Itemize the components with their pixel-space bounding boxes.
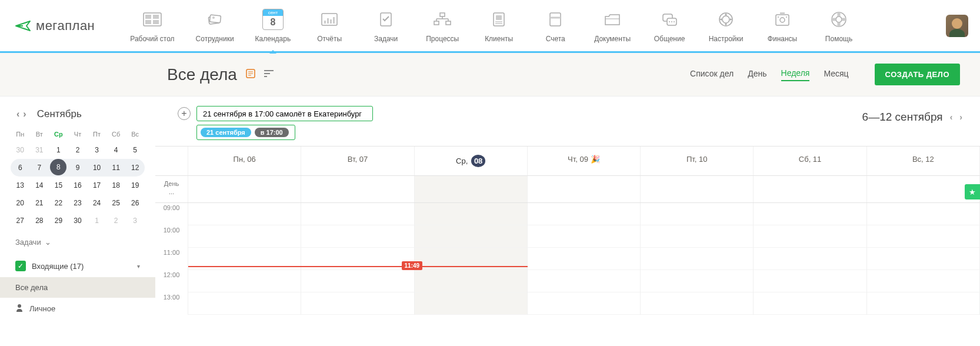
time-cell[interactable] [188, 225, 301, 248]
calendar-day[interactable]: 31 [30, 141, 49, 159]
nav-Отчёты[interactable]: Отчёты [312, 9, 347, 43]
favorites-tab-icon[interactable]: ★ [965, 184, 980, 199]
calendar-day[interactable]: 17 [87, 177, 106, 194]
time-cell[interactable] [754, 270, 866, 292]
calendar-day[interactable]: 23 [68, 194, 88, 212]
nav-Задачи[interactable]: Задачи [368, 9, 404, 43]
category-personal[interactable]: Личное [0, 298, 155, 320]
calendar-day[interactable]: 4 [106, 141, 126, 159]
calendar-day[interactable]: 21 [30, 194, 49, 212]
calendar-day[interactable]: 8 [50, 159, 66, 175]
nav-Клиенты[interactable]: Клиенты [481, 9, 516, 43]
calendar-day[interactable]: 2 [106, 212, 126, 229]
nav-Процессы[interactable]: Процессы [425, 9, 460, 43]
time-cell[interactable] [301, 292, 414, 315]
time-cell[interactable] [867, 248, 980, 270]
all-day-cell[interactable] [867, 176, 980, 202]
calendar-day[interactable]: 30 [11, 141, 30, 159]
calendar-day[interactable]: 20 [11, 194, 30, 212]
create-button[interactable]: СОЗДАТЬ ДЕЛО [875, 64, 960, 85]
calendar-day[interactable]: 27 [11, 212, 30, 229]
nav-Финансы[interactable]: Финансы [765, 9, 800, 43]
inbox-item[interactable]: ✓ Входящие (17) ▾ [0, 255, 155, 277]
user-avatar[interactable] [946, 15, 968, 37]
time-cell[interactable] [415, 292, 528, 315]
calendar-day[interactable]: 25 [106, 194, 126, 212]
calendar-day[interactable]: 24 [87, 194, 106, 212]
time-cell[interactable] [301, 270, 414, 292]
all-day-cell[interactable] [301, 176, 414, 202]
calendar-day[interactable]: 3 [125, 212, 145, 229]
nav-Документы[interactable]: Документы [594, 9, 631, 43]
parsed-date-tag[interactable]: 21 сентября [201, 128, 251, 137]
time-cell[interactable] [301, 203, 414, 225]
time-cell[interactable] [641, 292, 754, 315]
time-cell[interactable] [641, 225, 754, 248]
view-week[interactable]: Неделя [781, 68, 810, 81]
calendar-day[interactable]: 22 [49, 194, 68, 212]
time-cell[interactable] [415, 225, 528, 248]
quick-add-input[interactable] [196, 106, 373, 121]
all-day-cell[interactable] [415, 176, 528, 202]
time-cell[interactable] [528, 203, 641, 225]
time-cell[interactable] [641, 248, 754, 270]
range-prev-icon[interactable]: ‹ [950, 112, 953, 122]
nav-Счета[interactable]: Счета [538, 9, 573, 43]
time-cell[interactable] [188, 292, 301, 315]
calendar-day[interactable]: 29 [49, 212, 68, 229]
time-cell[interactable] [867, 292, 980, 315]
time-cell[interactable] [641, 203, 754, 225]
caret-down-icon[interactable]: ▾ [137, 263, 140, 270]
calendar-day[interactable]: 14 [30, 177, 49, 194]
parsed-time-tag[interactable]: в 17:00 [255, 128, 289, 137]
view-month[interactable]: Месяц [824, 69, 848, 81]
calendar-day[interactable]: 2 [68, 141, 88, 159]
time-cell[interactable] [528, 248, 641, 270]
nav-Настройки[interactable]: Настройки [708, 9, 744, 43]
time-cell[interactable] [754, 292, 866, 315]
calendar-day[interactable]: 9 [68, 159, 88, 177]
calendar-day[interactable]: 16 [68, 177, 88, 194]
sort-icon[interactable] [264, 69, 275, 79]
time-cell[interactable] [867, 225, 980, 248]
time-cell[interactable] [415, 203, 528, 225]
view-list[interactable]: Список дел [690, 69, 734, 81]
time-cell[interactable] [415, 270, 528, 292]
calendar-day[interactable]: 26 [125, 194, 145, 212]
calendar-day[interactable]: 6 [11, 159, 30, 177]
week-day-header[interactable]: Пт, 10 [641, 147, 754, 175]
week-day-header[interactable]: Вт, 07 [301, 147, 414, 175]
calendar-day[interactable]: 11 [106, 159, 126, 177]
calendar-day[interactable]: 3 [87, 141, 106, 159]
nav-Общение[interactable]: Общение [652, 9, 687, 43]
calendar-day[interactable]: 30 [68, 212, 88, 229]
all-day-cell[interactable] [528, 176, 641, 202]
calendar-day[interactable]: 1 [87, 212, 106, 229]
calendar-day[interactable]: 7 [30, 159, 49, 177]
calendar-day[interactable]: 13 [11, 177, 30, 194]
week-day-header[interactable]: Сб, 11 [754, 147, 866, 175]
time-cell[interactable] [301, 225, 414, 248]
time-cell[interactable] [754, 225, 866, 248]
nav-Календарь[interactable]: сент8Календарь [255, 9, 291, 43]
week-day-header[interactable]: Чт, 09🎉 [528, 147, 641, 175]
month-next-icon[interactable]: › [23, 109, 26, 119]
range-next-icon[interactable]: › [959, 112, 962, 122]
calendar-day[interactable]: 1 [49, 141, 68, 159]
time-cell[interactable] [188, 270, 301, 292]
week-day-header[interactable]: Вс, 12 [867, 147, 980, 175]
time-cell[interactable] [641, 270, 754, 292]
all-day-cell[interactable] [754, 176, 866, 202]
add-icon[interactable]: + [178, 107, 191, 120]
notes-icon[interactable] [245, 68, 256, 81]
nav-Помощь[interactable]: Помощь [821, 9, 856, 43]
time-cell[interactable] [528, 225, 641, 248]
time-cell[interactable] [867, 270, 980, 292]
week-day-header[interactable]: Ср, 08 [415, 147, 528, 175]
time-cell[interactable] [754, 203, 866, 225]
checkbox-checked-icon[interactable]: ✓ [15, 261, 26, 271]
view-day[interactable]: День [748, 69, 766, 81]
week-day-header[interactable]: Пн, 06 [188, 147, 301, 175]
category-all[interactable]: Все дела [0, 277, 155, 298]
nav-Сотрудники[interactable]: Сотрудники [196, 9, 234, 43]
